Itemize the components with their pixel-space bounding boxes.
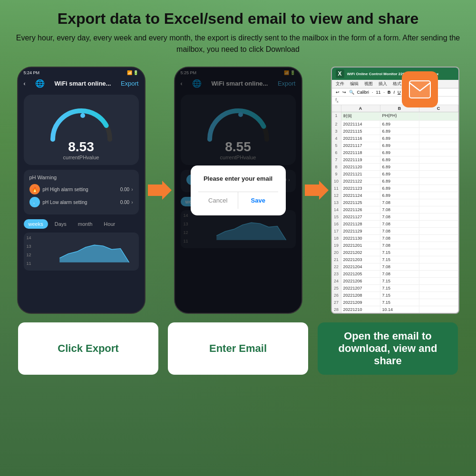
excel-menu-format[interactable]: 格式 [393, 81, 401, 87]
excel-row: 9 20221121 6.89 [332, 171, 458, 178]
excel-row-num: 14 [332, 206, 341, 213]
excel-menu-view[interactable]: 视图 [364, 81, 373, 87]
phone1-ph-high-label: pH High alarm setting [43, 187, 120, 192]
excel-row: 6 20221118 6.89 [332, 149, 458, 156]
excel-cell-c [419, 263, 458, 270]
excel-row-num: 6 [332, 149, 341, 156]
excel-cell-c [419, 306, 458, 313]
excel-cell-c [419, 292, 458, 299]
excel-underline-btn[interactable]: U [398, 90, 401, 95]
excel-cell-c [419, 221, 458, 227]
excel-row: 26 20221208 7.15 [332, 292, 458, 299]
excel-cell-b: 7.15 [380, 249, 419, 256]
excel-cell-a: 20221116 [341, 135, 380, 142]
excel-italic-btn[interactable]: I [394, 90, 395, 95]
excel-cell-a: 20221125 [341, 199, 380, 206]
excel-menu-insert[interactable]: 插入 [379, 81, 387, 87]
phone1-gauge-value: 8.53 [68, 139, 94, 155]
phone1-gauge-label: currentPHvalue [63, 155, 99, 160]
excel-row-num: 13 [332, 199, 341, 206]
excel-row-num: 18 [332, 235, 341, 242]
phone2-dialog-cancel[interactable]: Cancel [198, 192, 239, 209]
excel-cell-b: 6.89 [380, 192, 419, 199]
excel-cell-c [419, 256, 458, 263]
excel-row: 12 20221124 6.89 [332, 192, 458, 199]
excel-row: 20 20221202 7.15 [332, 249, 458, 256]
arrow1-svg [148, 181, 172, 200]
phone1-ph-warning-title: pH Warning [29, 175, 133, 180]
excel-row: 5 20221117 6.89 [332, 142, 458, 149]
phone2-dialog-buttons: Cancel Save [198, 192, 278, 209]
excel-cell-a: 20221209 [341, 299, 380, 306]
svg-marker-2 [59, 245, 129, 263]
excel-cell-b: 7.15 [380, 292, 419, 299]
excel-cell-b: 6.89 [380, 156, 419, 163]
excel-row: 8 20221120 6.89 [332, 164, 458, 171]
excel-cell-a: 20221128 [341, 221, 380, 227]
excel-col-a-header: A [341, 105, 380, 112]
excel-cell-a: 20221210 [341, 306, 380, 313]
header-section: Export data to Excel/send email to view … [14, 10, 462, 55]
phone1-nav-export[interactable]: Export [121, 80, 139, 87]
phone1-tab-hour[interactable]: Hour [99, 219, 120, 229]
excel-undo-icon[interactable]: ↩ [336, 90, 340, 95]
phone1-chart: 14 13 12 11 10 [24, 233, 139, 271]
excel-cell-c [419, 271, 458, 277]
excel-cell-a: 20221204 [341, 263, 380, 270]
phone1-tab-month[interactable]: month [73, 219, 97, 229]
excel-row: 19 20221201 7.08 [332, 242, 458, 249]
excel-menu-file[interactable]: 文件 [336, 81, 344, 87]
excel-redo-icon[interactable]: ↪ [342, 90, 346, 95]
phone1-ph-high-icon: 🔥 [29, 184, 40, 194]
phone1-ph-low-val: 0.00 [120, 200, 129, 205]
excel-cell-b: 6.89 [380, 171, 419, 177]
excel-bold-btn[interactable]: B [388, 90, 391, 95]
excel-cell-c [419, 299, 458, 306]
excel-zoom-icon[interactable]: 🔍 [349, 90, 354, 95]
excel-menu-edit[interactable]: 编辑 [350, 81, 359, 87]
phone1-tab-days[interactable]: Days [50, 219, 71, 229]
phone1-status-bar: 5:24 PM 📶 🔋 [18, 68, 145, 76]
excel-row-num: 25 [332, 285, 341, 291]
phone1-ph-low-row: 💧 pH Low alarm setting 0.00 › [29, 197, 133, 207]
phone2-dialog-overlay: Please enter your email Cancel Save [175, 68, 301, 313]
excel-cell-b: 6.89 [380, 128, 419, 135]
excel-cell-c [419, 242, 458, 249]
arrow2 [302, 178, 331, 202]
phone1-chart-svg [28, 236, 135, 267]
excel-row-num: 3 [332, 128, 341, 135]
excel-cell-c [419, 278, 458, 284]
phone2-dialog-title: Please enter your email [198, 175, 278, 182]
phone1-nav-bar: ‹ 🌐 WiFi smart online... Export [18, 76, 145, 91]
phone2-dialog-save[interactable]: Save [238, 192, 278, 209]
excel-row-num: 8 [332, 164, 341, 170]
excel-cell-b: 7.08 [380, 235, 419, 242]
excel-cell-c [419, 249, 458, 256]
excel-cell-a: 时间 [341, 112, 380, 120]
excel-row: 10 20221122 6.89 [332, 178, 458, 185]
excel-row: 24 20221206 7.15 [332, 278, 458, 285]
excel-cell-b: 7.15 [380, 256, 419, 263]
excel-row-num: 20 [332, 249, 341, 256]
phone2-dialog-box: Please enter your email Cancel Save [191, 165, 286, 215]
step-card-2-text: Enter Email [209, 342, 267, 355]
phone1-tab-weeks[interactable]: weeks [24, 219, 48, 229]
phone1-ph-high-val: 0.00 [120, 187, 129, 192]
excel-cell-c [419, 156, 458, 163]
screenshots-row: 5:24 PM 📶 🔋 ‹ 🌐 WiFi smart online... Exp… [14, 67, 462, 314]
excel-cell-c [419, 228, 458, 234]
excel-cell-c [419, 235, 458, 242]
excel-logo: X [336, 69, 344, 78]
excel-row-num: 24 [332, 278, 341, 284]
excel-row: 17 20221129 7.08 [332, 228, 458, 235]
excel-row: 27 20221209 7.15 [332, 299, 458, 306]
excel-cell-b: 7.15 [380, 285, 419, 291]
excel-cell-c [419, 199, 458, 206]
phone1-content: 8.53 currentPHvalue pH Warning 🔥 pH High… [18, 91, 145, 313]
excel-row: 7 20221119 6.89 [332, 156, 458, 164]
excel-cell-c [419, 112, 458, 120]
excel-row: 23 20221205 7.08 [332, 271, 458, 278]
excel-cell-b: 7.15 [380, 299, 419, 306]
step-card-1: Click Export [18, 322, 158, 375]
excel-cell-a: 20221117 [341, 142, 380, 149]
